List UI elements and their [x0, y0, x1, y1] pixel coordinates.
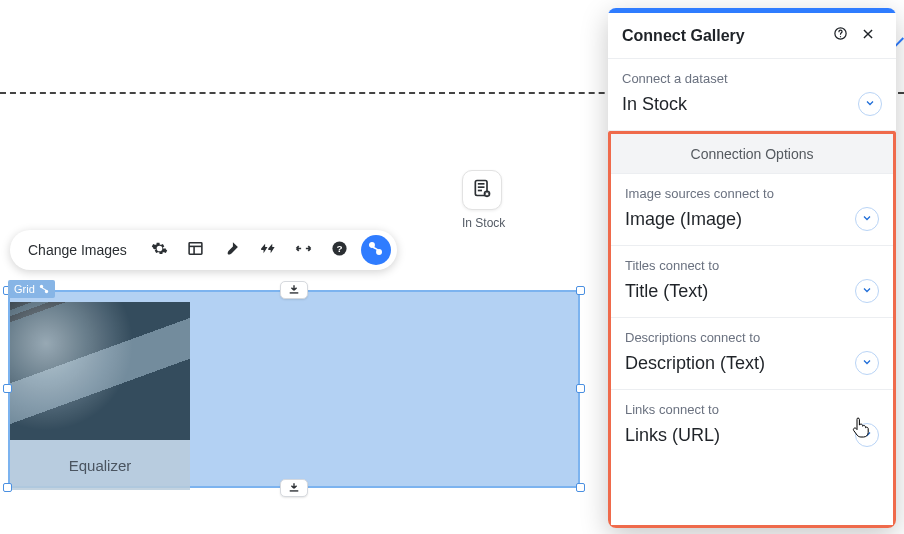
- image-sources-label: Image sources connect to: [625, 186, 879, 201]
- chevron-down-icon: [864, 95, 876, 113]
- element-type-tag[interactable]: Grid: [8, 280, 55, 298]
- resize-handle[interactable]: [3, 483, 12, 492]
- connect-data-button[interactable]: [361, 235, 391, 265]
- database-icon: [472, 178, 492, 202]
- stretch-icon: [294, 240, 313, 261]
- chevron-down-icon: [861, 354, 873, 372]
- help-icon: [833, 26, 848, 45]
- connect-gallery-panel: Connect Gallery Connect a dataset In Sto…: [608, 8, 896, 528]
- links-section: Links connect to Links (URL): [611, 390, 893, 461]
- panel-title: Connect Gallery: [622, 27, 826, 45]
- resize-handle[interactable]: [576, 286, 585, 295]
- image-sources-dropdown[interactable]: [855, 207, 879, 231]
- connect-dataset-value: In Stock: [622, 94, 687, 115]
- help-button[interactable]: ?: [325, 235, 355, 265]
- resize-handle[interactable]: [576, 384, 585, 393]
- panel-header: Connect Gallery: [608, 13, 896, 59]
- layout-icon: [187, 240, 204, 261]
- animation-icon: [258, 240, 277, 261]
- chevron-down-icon: [861, 426, 873, 444]
- titles-label: Titles connect to: [625, 258, 879, 273]
- descriptions-label: Descriptions connect to: [625, 330, 879, 345]
- selected-gallery-element[interactable]: Grid Equalizer: [8, 280, 580, 498]
- svg-text:?: ?: [337, 243, 343, 254]
- svg-rect-5: [189, 242, 202, 253]
- links-label: Links connect to: [625, 402, 879, 417]
- image-sources-section: Image sources connect to Image (Image): [611, 174, 893, 246]
- connect-dataset-label: Connect a dataset: [622, 71, 882, 86]
- element-toolbar: Change Images ?: [10, 230, 397, 270]
- layout-button[interactable]: [181, 235, 211, 265]
- connect-icon: [367, 240, 384, 261]
- change-images-button[interactable]: Change Images: [16, 235, 139, 265]
- selection-rect: Equalizer: [8, 290, 580, 488]
- connected-indicator-icon: [39, 284, 49, 294]
- descriptions-dropdown[interactable]: [855, 351, 879, 375]
- svg-point-17: [839, 36, 840, 37]
- help-icon: ?: [331, 240, 348, 261]
- panel-help-button[interactable]: [826, 26, 854, 45]
- gallery-card-image: [10, 302, 190, 440]
- design-button[interactable]: [217, 235, 247, 265]
- settings-button[interactable]: [145, 235, 175, 265]
- titles-value: Title (Text): [625, 281, 708, 302]
- descriptions-value: Description (Text): [625, 353, 765, 374]
- connect-dataset-section: Connect a dataset In Stock: [608, 59, 896, 131]
- image-sources-value: Image (Image): [625, 209, 742, 230]
- titles-section: Titles connect to Title (Text): [611, 246, 893, 318]
- download-icon: [288, 479, 300, 497]
- connection-options-highlight: Connection Options Image sources connect…: [608, 131, 896, 528]
- dataset-chip[interactable]: In Stock: [462, 170, 502, 230]
- brush-icon: [223, 240, 240, 261]
- descriptions-section: Descriptions connect to Description (Tex…: [611, 318, 893, 390]
- gear-icon: [151, 240, 168, 261]
- links-dropdown[interactable]: [855, 423, 879, 447]
- panel-close-button[interactable]: [854, 27, 882, 45]
- connection-options-header: Connection Options: [611, 134, 893, 174]
- dataset-chip-label: In Stock: [462, 216, 502, 230]
- animation-button[interactable]: [253, 235, 283, 265]
- resize-handle[interactable]: [3, 384, 12, 393]
- stretch-handle-bottom[interactable]: [280, 479, 308, 497]
- stretch-handle-top[interactable]: [280, 281, 308, 299]
- gallery-card: Equalizer: [10, 302, 190, 490]
- titles-dropdown[interactable]: [855, 279, 879, 303]
- links-value: Links (URL): [625, 425, 720, 446]
- download-icon: [288, 281, 300, 299]
- stretch-button[interactable]: [289, 235, 319, 265]
- gallery-card-caption: Equalizer: [10, 440, 190, 490]
- chevron-down-icon: [861, 282, 873, 300]
- connect-dataset-dropdown[interactable]: [858, 92, 882, 116]
- chevron-down-icon: [861, 210, 873, 228]
- close-icon: [861, 27, 875, 45]
- resize-handle[interactable]: [576, 483, 585, 492]
